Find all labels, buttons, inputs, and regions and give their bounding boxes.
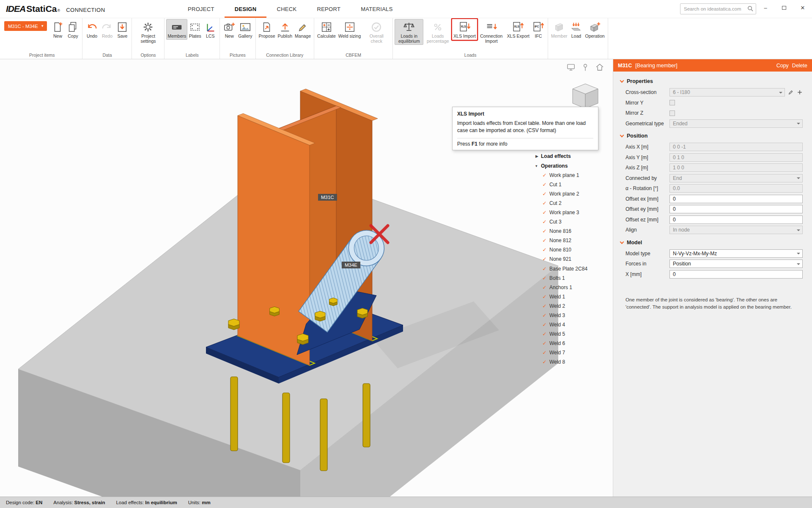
ribbon-button-save[interactable]: Save bbox=[115, 19, 130, 40]
tree-item-weld-6[interactable]: ✓Weld 6 bbox=[528, 339, 610, 348]
bolt-3d[interactable] bbox=[270, 307, 280, 316]
ribbon-button-load[interactable]: Load bbox=[568, 19, 584, 40]
tree-item-weld-4[interactable]: ✓Weld 4 bbox=[528, 320, 610, 329]
ribbon-button-loads-in-equilibrium[interactable]: Loads in equilibrium bbox=[395, 19, 423, 45]
pin-icon[interactable] bbox=[581, 63, 590, 72]
bolt-3d[interactable] bbox=[228, 319, 239, 330]
tree-item-none-810[interactable]: ✓None 810 bbox=[528, 245, 610, 254]
ribbon-button-manage[interactable]: Manage bbox=[294, 19, 312, 40]
tab-report[interactable]: REPORT bbox=[307, 0, 351, 18]
section-header-properties[interactable]: Properties bbox=[613, 74, 812, 87]
minimize-button[interactable]: – bbox=[756, 0, 775, 15]
input-rotation[interactable]: 0.0 bbox=[669, 184, 803, 193]
pencil-icon[interactable] bbox=[788, 89, 794, 96]
ribbon-button-overall-check[interactable]: Overall check bbox=[362, 19, 391, 45]
ribbon-button-gallery[interactable]: Gallery bbox=[237, 19, 253, 40]
ribbon-button-plates[interactable]: Plates bbox=[187, 19, 203, 40]
tree-item-label: None 810 bbox=[549, 247, 571, 253]
ribbon-button-calculate[interactable]: Calculate bbox=[316, 19, 337, 40]
tree-item-anchors-1[interactable]: ✓Anchors 1 bbox=[528, 283, 610, 292]
ribbon-button-weld-sizing[interactable]: Weld sizing bbox=[337, 19, 362, 40]
ribbon-button-publish[interactable]: Publish bbox=[277, 19, 294, 40]
tree-item-cut-3[interactable]: ✓Cut 3 bbox=[528, 217, 610, 226]
ribbon-button-propose[interactable]: Propose bbox=[258, 19, 277, 40]
tree-item-weld-5[interactable]: ✓Weld 5 bbox=[528, 329, 610, 339]
tree-item-weld-7[interactable]: ✓Weld 7 bbox=[528, 348, 610, 357]
checkbox-mirror-z[interactable] bbox=[669, 110, 675, 116]
plus-icon[interactable] bbox=[797, 89, 803, 96]
search-icon[interactable] bbox=[747, 6, 754, 12]
ribbon-button-redo[interactable]: Redo bbox=[99, 19, 115, 40]
ribbon-button-project-settings[interactable]: Project settings bbox=[134, 19, 162, 45]
bolt-3d[interactable] bbox=[297, 334, 308, 345]
select-align[interactable]: In node bbox=[669, 226, 803, 234]
screenshot-icon[interactable] bbox=[566, 63, 576, 72]
tree-item-none-816[interactable]: ✓None 816 bbox=[528, 226, 610, 236]
window-controls: – ✕ bbox=[756, 0, 812, 15]
ribbon-button-copy[interactable]: Copy bbox=[65, 19, 80, 40]
ribbon-button-new[interactable]: New bbox=[50, 19, 65, 40]
ribbon-button-members[interactable]: Members bbox=[166, 19, 187, 40]
copy-member-button[interactable]: Copy bbox=[776, 63, 789, 69]
ribbon-button-member[interactable]: Member bbox=[550, 19, 569, 40]
tree-item-weld-2[interactable]: ✓Weld 2 bbox=[528, 301, 610, 311]
project-item-selector[interactable]: M31C - M34E▾ bbox=[4, 21, 47, 31]
select-connected-by[interactable]: End bbox=[669, 174, 803, 182]
tree-item-cut-1[interactable]: ✓Cut 1 bbox=[528, 180, 610, 189]
tree-item-base-plate-2c84[interactable]: ✓Base Plate 2C84 bbox=[528, 264, 610, 273]
ribbon-button-xls-import[interactable]: XLSXLS Import bbox=[452, 19, 477, 40]
select-model-type[interactable]: N-Vy-Vz-Mx-My-Mz bbox=[669, 249, 803, 258]
tab-materials[interactable]: MATERIALS bbox=[351, 0, 403, 18]
input-x-mm[interactable]: 0 bbox=[669, 270, 803, 279]
input-offset-ez-mm[interactable]: 0 bbox=[669, 215, 803, 224]
section-header-model[interactable]: Model bbox=[613, 235, 812, 248]
maximize-button[interactable] bbox=[775, 0, 793, 15]
input-axis-y-m[interactable]: 0 1 0 bbox=[669, 153, 803, 162]
section-header-position[interactable]: Position bbox=[613, 129, 812, 142]
bolt-3d[interactable] bbox=[315, 311, 325, 321]
tree-item-none-812[interactable]: ✓None 812 bbox=[528, 236, 610, 245]
ribbon-button-lcs[interactable]: LCS bbox=[203, 19, 218, 40]
select-geometrical-type[interactable]: Ended bbox=[669, 119, 803, 128]
select-cross-section[interactable]: 6 - I180 bbox=[669, 88, 785, 97]
ribbon-button-operation[interactable]: Operation bbox=[584, 19, 606, 40]
tree-branch-operations[interactable]: ▾Operations bbox=[528, 161, 610, 170]
tree-item-cut-2[interactable]: ✓Cut 2 bbox=[528, 199, 610, 208]
tab-check[interactable]: CHECK bbox=[266, 0, 307, 18]
tree-branch-load-effects[interactable]: ▶Load effects bbox=[528, 152, 610, 161]
ribbon-button-connection-import[interactable]: Connection Import bbox=[477, 19, 506, 45]
tree-item-work-plane-2[interactable]: ✓Work plane 2 bbox=[528, 189, 610, 199]
tree-item-work-plane-1[interactable]: ✓Work plane 1 bbox=[528, 171, 610, 180]
bearing-member-note: One member of the joint is considered as… bbox=[613, 279, 812, 310]
ribbon-group-label: CBFEM bbox=[316, 52, 391, 59]
tab-design[interactable]: DESIGN bbox=[225, 0, 267, 18]
input-axis-x-m[interactable]: 0 0 -1 bbox=[669, 143, 803, 151]
ribbon-button-loads-percentage[interactable]: Loads percentage bbox=[423, 19, 452, 45]
bolt-3d[interactable] bbox=[329, 298, 337, 306]
ribbon-button-label: Plates bbox=[189, 34, 201, 39]
expander-icon[interactable]: ▾ bbox=[535, 164, 541, 168]
delete-member-button[interactable]: Delete bbox=[792, 63, 807, 69]
search-input[interactable] bbox=[680, 3, 756, 14]
tree-item-bolts-1[interactable]: ✓Bolts 1 bbox=[528, 273, 610, 283]
input-axis-z-m[interactable]: 1 0 0 bbox=[669, 163, 803, 172]
bolt-3d[interactable] bbox=[357, 308, 368, 318]
tree-item-weld-1[interactable]: ✓Weld 1 bbox=[528, 292, 610, 301]
ribbon-button-ifc[interactable]: IFCIFC bbox=[531, 19, 546, 40]
select-forces-in[interactable]: Position bbox=[669, 260, 803, 268]
tab-project[interactable]: PROJECT bbox=[178, 0, 225, 18]
home-icon[interactable] bbox=[595, 63, 604, 72]
property-label: Mirror Z bbox=[625, 110, 669, 116]
close-button[interactable]: ✕ bbox=[793, 0, 812, 15]
ribbon-button-undo[interactable]: Undo bbox=[84, 19, 99, 40]
tree-item-none-921[interactable]: ✓None 921 bbox=[528, 254, 610, 264]
input-offset-ex-mm[interactable]: 0 bbox=[669, 195, 803, 203]
ribbon-button-new[interactable]: New bbox=[222, 19, 237, 40]
input-offset-ey-mm[interactable]: 0 bbox=[669, 205, 803, 213]
ribbon-button-xls-export[interactable]: XLSXLS Export bbox=[506, 19, 531, 40]
tree-item-weld-3[interactable]: ✓Weld 3 bbox=[528, 311, 610, 320]
checkbox-mirror-y[interactable] bbox=[669, 100, 675, 105]
tree-item-work-plane-3[interactable]: ✓Work plane 3 bbox=[528, 208, 610, 217]
tree-item-weld-8[interactable]: ✓Weld 8 bbox=[528, 357, 610, 367]
expander-icon[interactable]: ▶ bbox=[535, 154, 541, 158]
